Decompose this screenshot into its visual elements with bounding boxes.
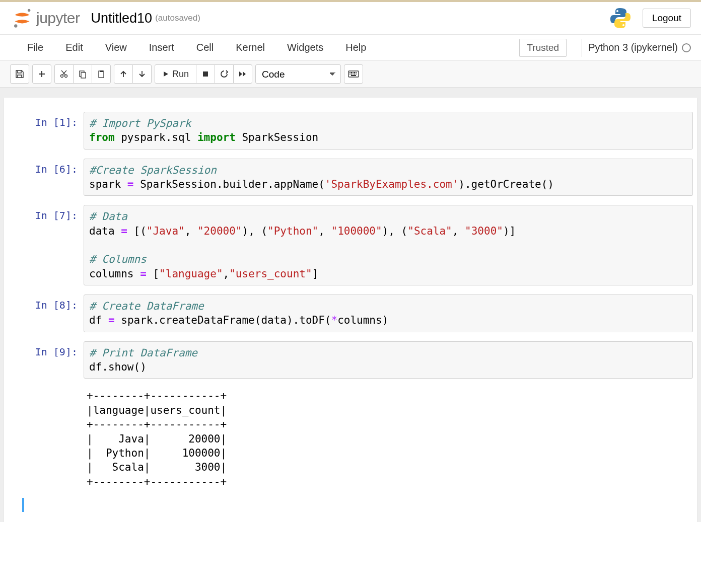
notebook-container: In [1]:# Import PySpark from pyspark.sql… <box>4 98 697 522</box>
svg-rect-22 <box>351 75 356 76</box>
svg-rect-19 <box>353 74 354 75</box>
jupyter-logo[interactable]: jupyter <box>12 8 80 28</box>
output-prompt <box>8 388 84 488</box>
input-prompt: In [7]: <box>8 205 84 285</box>
menu-widgets[interactable]: Widgets <box>276 37 334 58</box>
svg-point-1 <box>14 24 17 27</box>
code-input[interactable]: # Import PySpark from pyspark.sql import… <box>84 112 693 150</box>
paste-button[interactable] <box>92 64 111 84</box>
menu-edit[interactable]: Edit <box>54 37 94 58</box>
code-cell[interactable]: In [8]:# Create DataFrame df = spark.cre… <box>8 295 693 332</box>
keyboard-icon <box>348 70 359 78</box>
logout-button[interactable]: Logout <box>643 9 691 28</box>
code-cell[interactable]: In [6]:#Create SparkSession spark = Spar… <box>8 159 693 196</box>
kernel-name[interactable]: Python 3 (ipykernel) <box>588 42 678 53</box>
move-up-button[interactable] <box>114 64 133 84</box>
svg-rect-10 <box>203 71 208 77</box>
celltype-select[interactable]: Code <box>255 64 341 84</box>
svg-point-4 <box>61 75 63 78</box>
kernel-separator <box>582 39 582 57</box>
code-cell[interactable]: In [9]:# Print DataFrame df.show() <box>8 341 693 379</box>
save-button[interactable] <box>10 64 29 84</box>
notebook-title[interactable]: Untitled10 <box>91 11 153 26</box>
svg-rect-7 <box>81 72 86 78</box>
svg-point-3 <box>622 24 624 26</box>
python-logo-icon <box>608 6 633 30</box>
menu-help[interactable]: Help <box>334 37 377 58</box>
svg-point-5 <box>65 75 67 78</box>
code-input[interactable]: # Data data = [("Java", "20000"), ("Pyth… <box>84 205 693 285</box>
header: jupyter Untitled10 (autosaved) Logout <box>0 2 701 35</box>
code-cell[interactable]: In [1]:# Import PySpark from pyspark.sql… <box>8 112 693 150</box>
command-palette-button[interactable] <box>344 64 363 84</box>
svg-rect-20 <box>354 74 355 75</box>
input-prompt: In [8]: <box>8 295 84 332</box>
svg-rect-12 <box>349 72 350 73</box>
code-input[interactable]: # Create DataFrame df = spark.createData… <box>84 295 693 332</box>
svg-rect-17 <box>349 74 350 75</box>
restart-icon <box>220 69 229 79</box>
menu-insert[interactable]: Insert <box>138 37 185 58</box>
autosave-label: (autosaved) <box>155 13 200 23</box>
menu-cell[interactable]: Cell <box>185 37 225 58</box>
svg-rect-14 <box>353 72 354 73</box>
svg-rect-21 <box>356 74 357 75</box>
menu-file[interactable]: File <box>16 37 54 58</box>
cut-icon <box>59 69 68 79</box>
output-text: +--------+-----------+ |language|users_c… <box>84 388 693 488</box>
menubar: File Edit View Insert Cell Kernel Widget… <box>0 35 701 61</box>
save-icon <box>15 69 24 79</box>
code-input[interactable]: # Print DataFrame df.show() <box>84 341 693 379</box>
svg-rect-16 <box>356 72 357 73</box>
move-down-button[interactable] <box>132 64 152 84</box>
input-prompt: In [9]: <box>8 341 84 379</box>
kernel-status-icon <box>682 43 691 52</box>
arrow-down-icon <box>138 70 146 78</box>
code-input[interactable]: #Create SparkSession spark = SparkSessio… <box>84 159 693 196</box>
svg-rect-13 <box>351 72 352 73</box>
copy-icon <box>78 69 87 79</box>
input-prompt: In [1]: <box>8 112 84 150</box>
menu-view[interactable]: View <box>94 37 138 58</box>
plus-icon <box>37 69 46 79</box>
restart-button[interactable] <box>215 64 234 84</box>
notebook-background: In [1]:# Import PySpark from pyspark.sql… <box>0 88 701 522</box>
svg-rect-18 <box>351 74 352 75</box>
paste-icon <box>97 69 106 79</box>
menu-kernel[interactable]: Kernel <box>225 37 276 58</box>
fast-forward-icon <box>238 70 247 78</box>
toolbar: Run Code <box>0 61 701 88</box>
restart-run-all-button[interactable] <box>233 64 252 84</box>
trusted-badge[interactable]: Trusted <box>519 39 567 57</box>
svg-point-2 <box>616 10 618 12</box>
svg-rect-15 <box>354 72 355 73</box>
run-button[interactable]: Run <box>155 64 196 84</box>
play-icon <box>162 70 169 78</box>
output-row: +--------+-----------+ |language|users_c… <box>8 388 693 488</box>
svg-point-0 <box>28 9 30 12</box>
arrow-up-icon <box>119 70 127 78</box>
cut-button[interactable] <box>54 64 74 84</box>
interrupt-button[interactable] <box>196 64 215 84</box>
menubar-items: File Edit View Insert Cell Kernel Widget… <box>16 37 377 58</box>
jupyter-logo-icon <box>12 8 32 28</box>
jupyter-logo-text: jupyter <box>36 10 80 27</box>
new-cell-cursor[interactable] <box>22 498 693 512</box>
input-prompt: In [6]: <box>8 159 84 196</box>
stop-icon <box>202 70 209 78</box>
run-label: Run <box>172 69 189 80</box>
svg-rect-9 <box>100 70 103 72</box>
add-cell-button[interactable] <box>32 64 51 84</box>
copy-button[interactable] <box>73 64 92 84</box>
code-cell[interactable]: In [7]:# Data data = [("Java", "20000"),… <box>8 205 693 285</box>
